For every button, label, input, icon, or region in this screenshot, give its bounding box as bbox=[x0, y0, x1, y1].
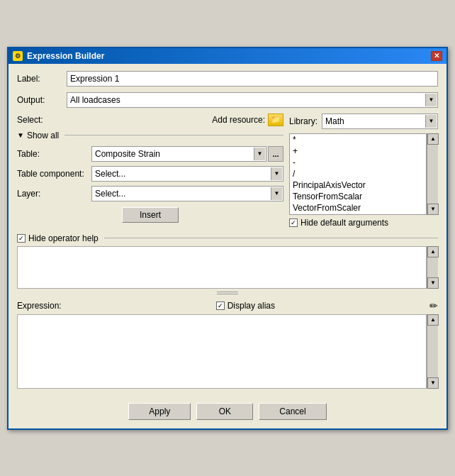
expression-builder-window: ⚙ Expression Builder ✕ Label: Output: Al… bbox=[7, 47, 448, 430]
show-all-divider bbox=[64, 135, 283, 135]
show-all-label: Show all bbox=[27, 131, 59, 140]
scroll-down-arrow[interactable]: ▼ bbox=[427, 204, 439, 215]
hide-operator-section: ✓ Hide operator help ▲ ▼ bbox=[17, 233, 438, 289]
close-button[interactable]: ✕ bbox=[431, 51, 442, 61]
operator-scrollbar[interactable]: ▲ ▼ bbox=[427, 246, 438, 289]
label-input[interactable] bbox=[67, 71, 438, 87]
table-row: Table: Composite Strain ▼ ... bbox=[17, 146, 283, 162]
table-select[interactable]: Composite Strain bbox=[91, 146, 266, 162]
expression-section: Expression: ✓ Display alias ✏ ▲ ▼ bbox=[17, 300, 438, 389]
resize-grip bbox=[217, 292, 238, 294]
output-field-label: Output: bbox=[17, 95, 67, 105]
table-select-wrapper: Composite Strain ▼ bbox=[91, 146, 266, 162]
main-panels: Select: Add resource: ▼ Show all Table: bbox=[17, 114, 438, 228]
layer-label: Layer: bbox=[17, 189, 91, 199]
table-select-group: Composite Strain ▼ ... bbox=[91, 146, 283, 162]
expr-scroll-up[interactable]: ▲ bbox=[427, 314, 439, 326]
title-bar-left: ⚙ Expression Builder bbox=[13, 51, 104, 61]
label-field-label: Label: bbox=[17, 74, 67, 84]
table-component-label: Table component: bbox=[17, 169, 91, 179]
library-select[interactable]: Math bbox=[322, 114, 438, 129]
display-alias-label: Display alias bbox=[228, 301, 275, 311]
list-item[interactable]: PrincipalAxisVector bbox=[290, 179, 426, 191]
expression-area[interactable] bbox=[17, 314, 427, 389]
operator-help-area bbox=[17, 246, 427, 289]
library-row: Library: Math ▼ bbox=[289, 114, 438, 129]
expression-scrollbar[interactable]: ▲ ▼ bbox=[427, 314, 438, 389]
expression-label: Expression: bbox=[17, 301, 62, 311]
list-item[interactable]: VectorFromScaler bbox=[290, 202, 426, 214]
hide-operator-header: ✓ Hide operator help bbox=[17, 233, 438, 243]
output-select-wrapper: All loadcases ▼ bbox=[67, 92, 438, 108]
op-scroll-down[interactable]: ▼ bbox=[427, 277, 439, 289]
list-item[interactable]: TensorFromScalar bbox=[290, 191, 426, 202]
table-dots-button[interactable]: ... bbox=[268, 146, 283, 162]
op-scroll-up[interactable]: ▲ bbox=[427, 246, 439, 258]
expr-scroll-down[interactable]: ▼ bbox=[427, 377, 439, 389]
operator-area-container: ▲ ▼ bbox=[17, 246, 438, 289]
layer-select[interactable]: Select... bbox=[91, 186, 283, 201]
hide-default-label: Hide default arguments bbox=[300, 218, 388, 228]
table-component-row: Table component: Select... ▼ bbox=[17, 166, 283, 182]
display-alias-checkbox[interactable]: ✓ bbox=[216, 301, 225, 310]
layer-select-wrapper: Select... ▼ bbox=[91, 186, 283, 201]
insert-button[interactable]: Insert bbox=[122, 207, 179, 223]
hide-default-checkbox[interactable]: ✓ bbox=[289, 218, 298, 227]
add-resource-button[interactable] bbox=[268, 114, 283, 126]
hide-operator-checkbox[interactable]: ✓ bbox=[17, 234, 26, 243]
select-label: Select: bbox=[17, 115, 43, 125]
edit-icon[interactable]: ✏ bbox=[429, 300, 438, 311]
apply-button[interactable]: Apply bbox=[128, 403, 191, 420]
table-component-select[interactable]: Select... bbox=[91, 166, 283, 182]
add-resource-label: Add resource: bbox=[212, 115, 265, 125]
label-row: Label: bbox=[17, 71, 438, 87]
list-item[interactable]: * bbox=[290, 134, 426, 145]
list-item[interactable]: / bbox=[290, 168, 426, 179]
bottom-buttons: Apply OK Cancel bbox=[9, 396, 446, 428]
cancel-button[interactable]: Cancel bbox=[259, 403, 326, 420]
library-select-wrapper: Math ▼ bbox=[322, 114, 438, 129]
list-item[interactable]: + bbox=[290, 145, 426, 157]
output-select[interactable]: All loadcases bbox=[67, 92, 438, 108]
display-alias-group: ✓ Display alias bbox=[216, 301, 275, 311]
hide-default-row: ✓ Hide default arguments bbox=[289, 218, 438, 228]
left-panel: Select: Add resource: ▼ Show all Table: bbox=[17, 114, 283, 228]
library-listbox[interactable]: * + - / PrincipalAxisVector TensorFromSc… bbox=[289, 133, 427, 215]
add-resource-group: Add resource: bbox=[212, 114, 283, 126]
library-label: Library: bbox=[289, 116, 318, 126]
table-label: Table: bbox=[17, 149, 91, 159]
window-title: Expression Builder bbox=[27, 51, 104, 61]
form-content: Label: Output: All loadcases ▼ Select: bbox=[9, 64, 446, 396]
expand-icon: ▼ bbox=[17, 131, 24, 139]
expression-header-row: Expression: ✓ Display alias ✏ bbox=[17, 300, 438, 311]
hide-operator-label: Hide operator help bbox=[28, 233, 99, 243]
title-bar: ⚙ Expression Builder ✕ bbox=[9, 48, 446, 64]
scroll-up-arrow[interactable]: ▲ bbox=[427, 133, 439, 145]
show-all-row: ▼ Show all bbox=[17, 131, 283, 140]
output-row: Output: All loadcases ▼ bbox=[17, 92, 438, 108]
list-item[interactable]: - bbox=[290, 157, 426, 168]
table-component-select-wrapper: Select... ▼ bbox=[91, 166, 283, 182]
resize-handle[interactable] bbox=[17, 290, 438, 296]
operator-divider bbox=[104, 238, 438, 238]
library-listbox-container: * + - / PrincipalAxisVector TensorFromSc… bbox=[289, 133, 438, 215]
right-panel: Library: Math ▼ * + - / Pri bbox=[289, 114, 438, 228]
listbox-scrollbar[interactable]: ▲ ▼ bbox=[427, 133, 438, 215]
expression-area-container: ▲ ▼ bbox=[17, 314, 438, 389]
ok-button[interactable]: OK bbox=[196, 403, 253, 420]
insert-btn-wrapper: Insert bbox=[17, 207, 283, 223]
window-icon: ⚙ bbox=[13, 51, 23, 61]
layer-row: Layer: Select... ▼ bbox=[17, 186, 283, 201]
select-add-row: Select: Add resource: bbox=[17, 114, 283, 126]
